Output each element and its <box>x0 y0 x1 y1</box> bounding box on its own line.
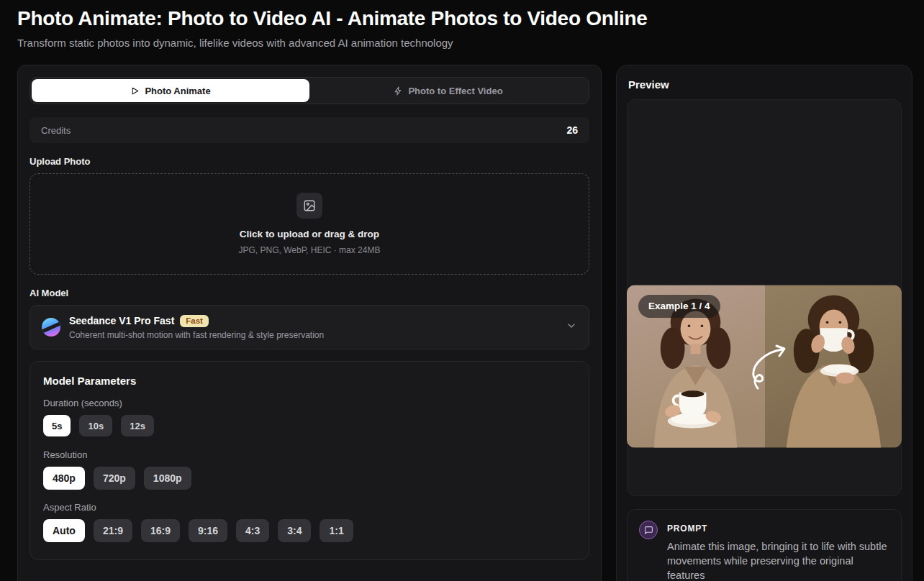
preview-panel: Preview <box>616 65 912 581</box>
option-auto[interactable]: Auto <box>43 519 85 542</box>
tab-photo-to-effect-video[interactable]: Photo to Effect Video <box>309 79 587 102</box>
aspect-ratio-label: Aspect Ratio <box>43 502 576 513</box>
option-16-9[interactable]: 16:9 <box>141 519 180 542</box>
credits-row: Credits 26 <box>30 117 589 143</box>
zap-icon <box>394 86 403 96</box>
preview-title: Preview <box>628 78 902 91</box>
image-icon <box>296 193 322 219</box>
option-12s[interactable]: 12s <box>121 415 154 436</box>
mode-tabbar: Photo Animate Photo to Effect Video <box>30 77 589 104</box>
prompt-content: PROMPT Animate this image, bringing it t… <box>667 521 889 581</box>
model-fast-badge: Fast <box>180 315 209 327</box>
tab-photo-animate-label: Photo Animate <box>145 86 210 96</box>
page-title: Photo Animate: Photo to Video AI - Anima… <box>17 7 907 30</box>
model-parameters-card: Model Parameters Duration (seconds) 5s10… <box>30 361 589 560</box>
chevron-down-icon <box>566 320 577 334</box>
option-1-1[interactable]: 1:1 <box>320 519 353 542</box>
prompt-label: PROMPT <box>667 521 889 534</box>
upload-dropzone[interactable]: Click to upload or drag & drop JPG, PNG,… <box>30 173 589 275</box>
credits-label: Credits <box>41 125 71 136</box>
page-subtitle: Transform static photos into dynamic, li… <box>17 37 907 49</box>
example-media[interactable]: Example 1 / 4 <box>627 285 902 448</box>
example-after-photo <box>765 285 902 448</box>
duration-label: Duration (seconds) <box>43 398 576 408</box>
option-10s[interactable]: 10s <box>79 415 112 436</box>
option-4-3[interactable]: 4:3 <box>236 519 269 542</box>
example-counter-badge: Example 1 / 4 <box>638 295 720 318</box>
upload-hint-text: JPG, PNG, WebP, HEIC · max 24MB <box>239 245 381 255</box>
tab-photo-animate[interactable]: Photo Animate <box>32 79 309 102</box>
model-selector[interactable]: Seedance V1 Pro Fast Fast Coherent multi… <box>30 305 589 349</box>
seedance-logo-icon <box>42 318 60 337</box>
option-9-16[interactable]: 9:16 <box>189 519 227 542</box>
option-720p[interactable]: 720p <box>94 467 135 490</box>
option-5s[interactable]: 5s <box>43 415 71 436</box>
option-21-9[interactable]: 21:9 <box>94 519 132 542</box>
option-3-4[interactable]: 3:4 <box>278 519 311 542</box>
page-header: Photo Animate: Photo to Video AI - Anima… <box>0 0 924 49</box>
tab-photo-to-effect-video-label: Photo to Effect Video <box>408 86 502 96</box>
resolution-label: Resolution <box>43 449 576 460</box>
model-name: Seedance V1 Pro Fast <box>69 315 174 326</box>
option-1080p[interactable]: 1080p <box>144 467 191 490</box>
resolution-options: 480p720p1080p <box>43 467 576 490</box>
main-content: Photo Animate Photo to Effect Video Cred… <box>0 65 924 581</box>
model-parameters-title: Model Parameters <box>43 375 576 387</box>
model-info: Seedance V1 Pro Fast Fast Coherent multi… <box>69 315 557 340</box>
message-square-icon <box>639 521 658 539</box>
preview-box: Example 1 / 4 <box>627 99 902 496</box>
upload-cta-text: Click to upload or drag & drop <box>240 229 379 239</box>
aspect-ratio-options: Auto21:916:99:164:33:41:1 <box>43 519 576 542</box>
option-480p[interactable]: 480p <box>43 467 85 490</box>
upload-photo-label: Upload Photo <box>30 156 589 167</box>
prompt-text: Animate this image, bringing it to life … <box>667 539 889 581</box>
generator-panel: Photo Animate Photo to Effect Video Cred… <box>17 65 602 581</box>
ai-model-label: AI Model <box>30 288 589 298</box>
prompt-card: PROMPT Animate this image, bringing it t… <box>627 509 902 581</box>
play-icon <box>130 86 140 96</box>
duration-options: 5s10s12s <box>43 415 576 436</box>
credits-value: 26 <box>566 124 578 136</box>
model-description: Coherent multi-shot motion with fast ren… <box>69 330 557 340</box>
